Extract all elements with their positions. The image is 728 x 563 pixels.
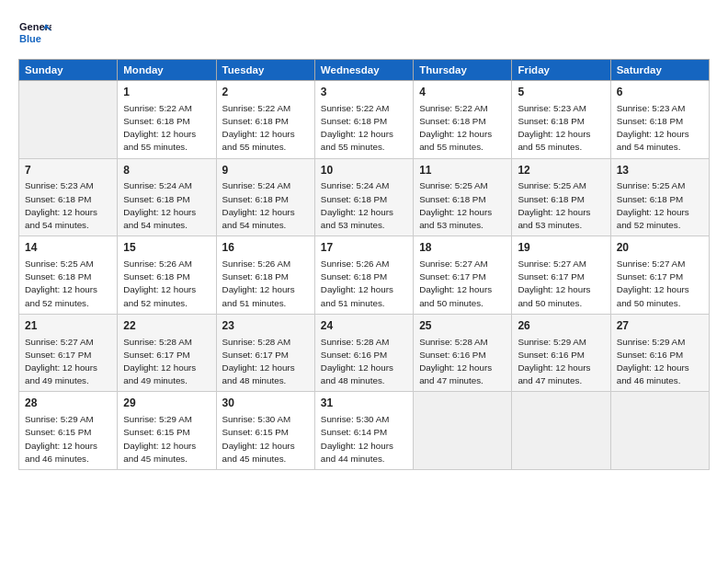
day-info: Sunrise: 5:30 AM Sunset: 6:15 PM Dayligh… bbox=[222, 413, 309, 465]
calendar-cell: 20Sunrise: 5:27 AM Sunset: 6:17 PM Dayli… bbox=[610, 236, 709, 315]
day-info: Sunrise: 5:28 AM Sunset: 6:17 PM Dayligh… bbox=[222, 336, 309, 388]
calendar-cell: 31Sunrise: 5:30 AM Sunset: 6:14 PM Dayli… bbox=[314, 392, 413, 470]
day-number: 16 bbox=[222, 240, 309, 256]
day-info: Sunrise: 5:29 AM Sunset: 6:15 PM Dayligh… bbox=[25, 413, 111, 465]
calendar-cell: 29Sunrise: 5:29 AM Sunset: 6:15 PM Dayli… bbox=[118, 392, 216, 470]
day-number: 8 bbox=[123, 163, 210, 178]
day-info: Sunrise: 5:23 AM Sunset: 6:18 PM Dayligh… bbox=[617, 102, 703, 155]
day-info: Sunrise: 5:23 AM Sunset: 6:18 PM Dayligh… bbox=[518, 102, 604, 155]
day-number: 25 bbox=[419, 318, 506, 334]
day-number: 19 bbox=[518, 240, 604, 256]
week-row-5: 28Sunrise: 5:29 AM Sunset: 6:15 PM Dayli… bbox=[19, 392, 710, 470]
day-info: Sunrise: 5:25 AM Sunset: 6:18 PM Dayligh… bbox=[617, 179, 703, 232]
calendar-cell: 13Sunrise: 5:25 AM Sunset: 6:18 PM Dayli… bbox=[610, 158, 709, 236]
day-info: Sunrise: 5:28 AM Sunset: 6:16 PM Dayligh… bbox=[419, 336, 506, 388]
day-info: Sunrise: 5:27 AM Sunset: 6:17 PM Dayligh… bbox=[518, 258, 604, 310]
day-number: 5 bbox=[518, 85, 604, 100]
logo: General Blue bbox=[18, 17, 51, 50]
day-number: 12 bbox=[518, 163, 604, 178]
calendar-cell: 28Sunrise: 5:29 AM Sunset: 6:15 PM Dayli… bbox=[19, 392, 118, 470]
day-number: 9 bbox=[222, 163, 309, 178]
page: General Blue SundayMondayTuesdayWednesda… bbox=[0, 0, 728, 563]
day-number: 7 bbox=[25, 163, 111, 178]
calendar-cell: 7Sunrise: 5:23 AM Sunset: 6:18 PM Daylig… bbox=[19, 158, 118, 236]
header: General Blue bbox=[18, 17, 710, 50]
day-info: Sunrise: 5:28 AM Sunset: 6:17 PM Dayligh… bbox=[123, 336, 210, 388]
day-number: 30 bbox=[222, 396, 309, 411]
day-info: Sunrise: 5:29 AM Sunset: 6:16 PM Dayligh… bbox=[617, 336, 703, 388]
calendar-cell: 6Sunrise: 5:23 AM Sunset: 6:18 PM Daylig… bbox=[610, 81, 709, 159]
day-number: 23 bbox=[222, 318, 309, 334]
day-info: Sunrise: 5:27 AM Sunset: 6:17 PM Dayligh… bbox=[419, 258, 506, 310]
day-info: Sunrise: 5:27 AM Sunset: 6:17 PM Dayligh… bbox=[25, 336, 111, 388]
day-info: Sunrise: 5:29 AM Sunset: 6:16 PM Dayligh… bbox=[518, 336, 604, 388]
calendar-cell: 24Sunrise: 5:28 AM Sunset: 6:16 PM Dayli… bbox=[314, 314, 413, 392]
calendar-cell: 18Sunrise: 5:27 AM Sunset: 6:17 PM Dayli… bbox=[414, 236, 512, 315]
calendar-cell: 21Sunrise: 5:27 AM Sunset: 6:17 PM Dayli… bbox=[19, 314, 118, 392]
calendar-cell: 30Sunrise: 5:30 AM Sunset: 6:15 PM Dayli… bbox=[216, 392, 314, 470]
header-cell-wednesday: Wednesday bbox=[314, 60, 413, 81]
svg-text:Blue: Blue bbox=[19, 33, 41, 44]
day-info: Sunrise: 5:22 AM Sunset: 6:18 PM Dayligh… bbox=[321, 102, 407, 155]
day-info: Sunrise: 5:25 AM Sunset: 6:18 PM Dayligh… bbox=[419, 179, 506, 232]
header-cell-sunday: Sunday bbox=[19, 60, 118, 81]
calendar-cell: 1Sunrise: 5:22 AM Sunset: 6:18 PM Daylig… bbox=[118, 81, 216, 159]
day-number: 15 bbox=[123, 240, 210, 256]
day-info: Sunrise: 5:27 AM Sunset: 6:17 PM Dayligh… bbox=[617, 258, 703, 310]
day-info: Sunrise: 5:24 AM Sunset: 6:18 PM Dayligh… bbox=[222, 179, 309, 232]
day-info: Sunrise: 5:22 AM Sunset: 6:18 PM Dayligh… bbox=[419, 102, 506, 155]
header-cell-tuesday: Tuesday bbox=[216, 60, 314, 81]
day-number: 2 bbox=[222, 85, 309, 100]
calendar-cell: 23Sunrise: 5:28 AM Sunset: 6:17 PM Dayli… bbox=[216, 314, 314, 392]
week-row-4: 21Sunrise: 5:27 AM Sunset: 6:17 PM Dayli… bbox=[19, 314, 710, 392]
day-number: 18 bbox=[419, 240, 506, 256]
day-number: 14 bbox=[25, 240, 111, 256]
calendar-cell: 22Sunrise: 5:28 AM Sunset: 6:17 PM Dayli… bbox=[118, 314, 216, 392]
calendar-cell: 11Sunrise: 5:25 AM Sunset: 6:18 PM Dayli… bbox=[414, 158, 512, 236]
logo-svg: General Blue bbox=[18, 17, 51, 50]
calendar-cell: 10Sunrise: 5:24 AM Sunset: 6:18 PM Dayli… bbox=[314, 158, 413, 236]
calendar-cell bbox=[19, 81, 118, 159]
calendar-cell: 14Sunrise: 5:25 AM Sunset: 6:18 PM Dayli… bbox=[19, 236, 118, 315]
day-number: 1 bbox=[123, 85, 210, 100]
day-info: Sunrise: 5:26 AM Sunset: 6:18 PM Dayligh… bbox=[123, 258, 210, 310]
header-row: SundayMondayTuesdayWednesdayThursdayFrid… bbox=[19, 60, 710, 81]
day-info: Sunrise: 5:24 AM Sunset: 6:18 PM Dayligh… bbox=[123, 179, 210, 232]
calendar-cell bbox=[512, 392, 610, 470]
header-cell-thursday: Thursday bbox=[414, 60, 512, 81]
calendar-header: SundayMondayTuesdayWednesdayThursdayFrid… bbox=[19, 60, 710, 81]
calendar-cell: 3Sunrise: 5:22 AM Sunset: 6:18 PM Daylig… bbox=[314, 81, 413, 159]
week-row-1: 1Sunrise: 5:22 AM Sunset: 6:18 PM Daylig… bbox=[19, 81, 710, 159]
header-cell-friday: Friday bbox=[512, 60, 610, 81]
day-number: 21 bbox=[25, 318, 111, 334]
day-number: 31 bbox=[321, 396, 407, 411]
day-number: 29 bbox=[123, 396, 210, 411]
day-number: 3 bbox=[321, 85, 407, 100]
calendar-table: SundayMondayTuesdayWednesdayThursdayFrid… bbox=[18, 59, 710, 470]
calendar-cell: 17Sunrise: 5:26 AM Sunset: 6:18 PM Dayli… bbox=[314, 236, 413, 315]
calendar-cell bbox=[610, 392, 709, 470]
header-cell-monday: Monday bbox=[118, 60, 216, 81]
calendar-cell: 26Sunrise: 5:29 AM Sunset: 6:16 PM Dayli… bbox=[512, 314, 610, 392]
day-number: 13 bbox=[617, 163, 703, 178]
day-number: 6 bbox=[617, 85, 703, 100]
calendar-cell: 2Sunrise: 5:22 AM Sunset: 6:18 PM Daylig… bbox=[216, 81, 314, 159]
day-number: 20 bbox=[617, 240, 703, 256]
day-number: 28 bbox=[25, 396, 111, 411]
week-row-3: 14Sunrise: 5:25 AM Sunset: 6:18 PM Dayli… bbox=[19, 236, 710, 315]
calendar-cell bbox=[414, 392, 512, 470]
day-number: 4 bbox=[419, 85, 506, 100]
calendar-cell: 4Sunrise: 5:22 AM Sunset: 6:18 PM Daylig… bbox=[414, 81, 512, 159]
calendar-cell: 19Sunrise: 5:27 AM Sunset: 6:17 PM Dayli… bbox=[512, 236, 610, 315]
calendar-cell: 9Sunrise: 5:24 AM Sunset: 6:18 PM Daylig… bbox=[216, 158, 314, 236]
day-info: Sunrise: 5:25 AM Sunset: 6:18 PM Dayligh… bbox=[518, 179, 604, 232]
calendar-cell: 12Sunrise: 5:25 AM Sunset: 6:18 PM Dayli… bbox=[512, 158, 610, 236]
calendar-cell: 16Sunrise: 5:26 AM Sunset: 6:18 PM Dayli… bbox=[216, 236, 314, 315]
day-number: 22 bbox=[123, 318, 210, 334]
day-number: 24 bbox=[321, 318, 407, 334]
day-number: 10 bbox=[321, 163, 407, 178]
day-number: 26 bbox=[518, 318, 604, 334]
day-info: Sunrise: 5:23 AM Sunset: 6:18 PM Dayligh… bbox=[25, 179, 111, 232]
calendar-cell: 5Sunrise: 5:23 AM Sunset: 6:18 PM Daylig… bbox=[512, 81, 610, 159]
day-number: 17 bbox=[321, 240, 407, 256]
